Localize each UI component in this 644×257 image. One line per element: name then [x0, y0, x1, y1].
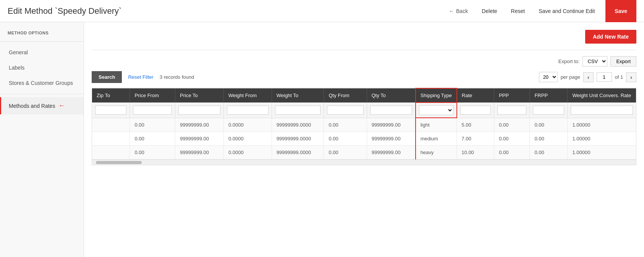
- scroll-bar-thumb: [96, 161, 142, 164]
- search-button[interactable]: Search: [92, 71, 122, 83]
- filter-weight-to-input[interactable]: [275, 106, 321, 115]
- filter-weight-from-input[interactable]: [227, 106, 269, 115]
- col-header-zip-to: Zip To: [92, 88, 130, 102]
- page-of-label: of 1: [615, 74, 623, 80]
- sidebar-item-general[interactable]: General: [0, 45, 84, 60]
- reset-filter-link[interactable]: Reset Filter: [128, 74, 153, 80]
- table-row: 0.0099999999.000.000099999999.00000.0099…: [92, 118, 636, 132]
- top-actions-bar: Add New Rate: [92, 30, 636, 50]
- active-arrow-icon: ←: [58, 102, 65, 110]
- filter-ppp-input[interactable]: [497, 106, 526, 115]
- table-header-row: Zip To Price From Price To Weight From W…: [92, 88, 636, 102]
- delete-button[interactable]: Delete: [479, 7, 500, 16]
- col-header-weight-from: Weight From: [223, 88, 272, 102]
- cell-frpp: 0.00: [530, 132, 568, 146]
- cell-frpp: 0.00: [530, 118, 568, 132]
- per-page-select[interactable]: 20: [539, 72, 558, 82]
- filter-zip-to-input[interactable]: [95, 106, 126, 115]
- back-arrow-icon: ←: [449, 8, 454, 14]
- cell-rate: 10.00: [457, 146, 494, 159]
- filter-price-from-input[interactable]: [133, 106, 172, 115]
- filter-weight-unit: [568, 102, 636, 118]
- col-header-ppp: PPP: [494, 88, 530, 102]
- cell-qty_from: 0.00: [324, 132, 367, 146]
- table-row: 0.0099999999.000.000099999999.00000.0099…: [92, 146, 636, 159]
- cell-qty_to: 99999999.00: [367, 146, 415, 159]
- sidebar-item-stores[interactable]: Stores & Customer Groups: [0, 75, 84, 91]
- filter-price-from: [130, 102, 175, 118]
- filter-qty-from-input[interactable]: [327, 106, 363, 115]
- pagination-area: 20 per page ‹ of 1 ›: [539, 72, 636, 82]
- reset-button[interactable]: Reset: [508, 7, 528, 16]
- filter-rate-input[interactable]: [460, 106, 491, 115]
- filter-frpp: [530, 102, 568, 118]
- cell-qty_from: 0.00: [324, 118, 367, 132]
- export-button[interactable]: Export: [610, 56, 636, 67]
- add-new-rate-button[interactable]: Add New Rate: [585, 30, 636, 44]
- filter-shipping-type: light medium heavy: [416, 102, 457, 118]
- cell-zip_to: [92, 118, 130, 132]
- cell-price_from: 0.00: [130, 146, 175, 159]
- filter-weight-unit-input[interactable]: [571, 106, 633, 115]
- cell-shipping_type: light: [416, 118, 457, 132]
- col-header-weight-to: Weight To: [272, 88, 324, 102]
- col-header-qty-to: Qty To: [367, 88, 415, 102]
- page-number-input[interactable]: [597, 72, 612, 82]
- export-format-select[interactable]: CSV: [583, 56, 607, 67]
- filter-qty-to-input[interactable]: [370, 106, 412, 115]
- sidebar: METHOD OPTIONS General Labels Stores & C…: [0, 22, 84, 257]
- col-header-weight-unit: Weight Unit Convers. Rate: [568, 88, 636, 102]
- cell-shipping_type: medium: [416, 132, 457, 146]
- cell-ppp: 0.00: [494, 118, 530, 132]
- horizontal-scrollbar[interactable]: [92, 159, 636, 165]
- main-content: Add New Rate Export to: CSV Export Searc…: [84, 22, 644, 257]
- cell-ppp: 0.00: [494, 132, 530, 146]
- cell-weight_from: 0.0000: [223, 132, 272, 146]
- cell-qty_to: 99999999.00: [367, 132, 415, 146]
- main-layout: METHOD OPTIONS General Labels Stores & C…: [0, 22, 644, 257]
- filter-qty-to: [367, 102, 415, 118]
- col-header-shipping-type: Shipping Type: [416, 88, 457, 102]
- filter-frpp-input[interactable]: [533, 106, 564, 115]
- cell-price_from: 0.00: [130, 118, 175, 132]
- cell-price_to: 99999999.00: [175, 132, 224, 146]
- filter-weight-to: [272, 102, 324, 118]
- sidebar-divider: [0, 41, 84, 42]
- filter-row: light medium heavy: [92, 102, 636, 118]
- header-actions: ← Back Delete Reset Save and Continue Ed…: [446, 0, 636, 22]
- filter-price-to-input[interactable]: [178, 106, 220, 115]
- save-continue-button[interactable]: Save and Continue Edit: [536, 7, 598, 16]
- next-page-button[interactable]: ›: [626, 72, 636, 82]
- prev-page-button[interactable]: ‹: [583, 72, 594, 82]
- cell-ppp: 0.00: [494, 146, 530, 159]
- filter-shipping-type-select[interactable]: light medium heavy: [419, 105, 453, 115]
- back-button[interactable]: ← Back: [446, 7, 471, 16]
- cell-weight_to: 99999999.0000: [272, 132, 324, 146]
- cell-shipping_type: heavy: [416, 146, 457, 159]
- save-button[interactable]: Save: [605, 0, 636, 22]
- cell-weight_from: 0.0000: [223, 146, 272, 159]
- filter-qty-from: [324, 102, 367, 118]
- rates-table-container: Zip To Price From Price To Weight From W…: [92, 88, 636, 165]
- sidebar-section-title: METHOD OPTIONS: [0, 26, 84, 38]
- sidebar-item-labels[interactable]: Labels: [0, 60, 84, 75]
- sidebar-item-methods[interactable]: Methods and Rates ←: [0, 97, 84, 114]
- export-row: Export to: CSV Export: [92, 56, 636, 67]
- cell-qty_to: 99999999.00: [367, 118, 415, 132]
- page-title: Edit Method `Speedy Delivery`: [8, 6, 446, 16]
- col-header-price-from: Price From: [130, 88, 175, 102]
- cell-weight_to: 99999999.0000: [272, 146, 324, 159]
- col-header-price-to: Price To: [175, 88, 224, 102]
- filter-zip-to: [92, 102, 130, 118]
- cell-weight_unit: 1.00000: [568, 118, 636, 132]
- records-found-count: 3 records found: [160, 74, 194, 80]
- cell-zip_to: [92, 146, 130, 159]
- filter-rate: [457, 102, 494, 118]
- col-header-rate: Rate: [457, 88, 494, 102]
- cell-rate: 5.00: [457, 118, 494, 132]
- col-header-qty-from: Qty From: [324, 88, 367, 102]
- cell-rate: 7.00: [457, 132, 494, 146]
- rates-table: Zip To Price From Price To Weight From W…: [92, 88, 636, 159]
- table-row: 0.0099999999.000.000099999999.00000.0099…: [92, 132, 636, 146]
- cell-qty_from: 0.00: [324, 146, 367, 159]
